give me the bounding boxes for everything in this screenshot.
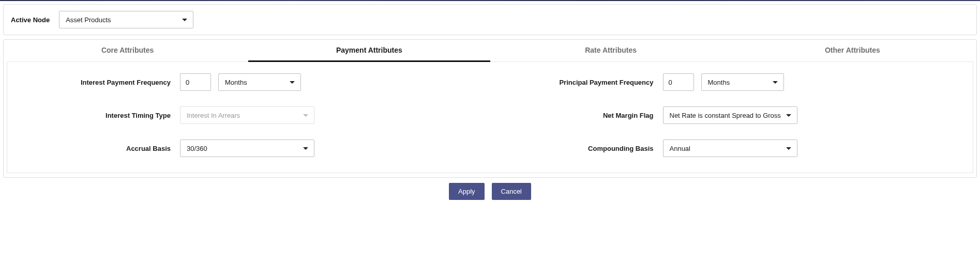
select-value: Net Rate is constant Spread to Gross <box>670 112 781 119</box>
active-node-label: Active Node <box>11 16 50 24</box>
label-interest-payment-frequency: Interest Payment Frequency <box>18 79 173 86</box>
chevron-down-icon <box>303 145 309 152</box>
attributes-panel: Core Attributes Payment Attributes Rate … <box>3 39 977 178</box>
select-value: Annual <box>670 145 690 152</box>
compounding-basis-select[interactable]: Annual <box>663 139 797 157</box>
action-buttons: Apply Cancel <box>3 183 977 200</box>
chevron-down-icon <box>289 79 295 86</box>
label-principal-payment-frequency: Principal Payment Frequency <box>501 79 656 86</box>
chevron-down-icon <box>786 112 792 119</box>
apply-button[interactable]: Apply <box>449 183 485 200</box>
tab-label: Payment Attributes <box>336 46 402 54</box>
principal-payment-frequency-unit-select[interactable]: Months <box>701 73 784 91</box>
chevron-down-icon <box>182 16 188 24</box>
control-net-margin-flag: Net Rate is constant Spread to Gross <box>663 106 963 124</box>
app-top-divider <box>0 0 980 1</box>
tab-core-attributes[interactable]: Core Attributes <box>7 40 248 61</box>
cancel-button[interactable]: Cancel <box>492 183 531 200</box>
active-node-panel: Active Node Asset Products <box>3 4 977 35</box>
tabs-bar: Core Attributes Payment Attributes Rate … <box>7 40 973 62</box>
interest-timing-type-select: Interest In Arrears <box>180 106 314 124</box>
row-accrual-basis: Accrual Basis 30/360 <box>18 139 480 157</box>
control-interest-payment-frequency: Months <box>180 73 480 91</box>
row-interest-payment-frequency: Interest Payment Frequency Months <box>18 73 480 91</box>
label-accrual-basis: Accrual Basis <box>18 145 173 152</box>
control-compounding-basis: Annual <box>663 139 963 157</box>
label-net-margin-flag: Net Margin Flag <box>501 112 656 119</box>
chevron-down-icon <box>772 79 778 86</box>
tab-payment-attributes[interactable]: Payment Attributes <box>248 40 490 61</box>
active-node-row: Active Node Asset Products <box>11 11 969 28</box>
interest-payment-frequency-unit-select[interactable]: Months <box>218 73 301 91</box>
control-principal-payment-frequency: Months <box>663 73 963 91</box>
tab-rate-attributes[interactable]: Rate Attributes <box>490 40 732 61</box>
chevron-down-icon <box>786 145 792 152</box>
net-margin-flag-select[interactable]: Net Rate is constant Spread to Gross <box>663 106 797 124</box>
chevron-down-icon <box>303 112 309 119</box>
principal-payment-frequency-input[interactable] <box>663 73 694 91</box>
control-interest-timing-type: Interest In Arrears <box>180 106 480 124</box>
row-interest-timing-type: Interest Timing Type Interest In Arrears <box>18 106 480 124</box>
select-value: Months <box>708 79 730 86</box>
form-grid: Interest Payment Frequency Months Princi… <box>18 73 962 157</box>
select-value: 30/360 <box>187 145 207 152</box>
active-node-value: Asset Products <box>66 16 111 24</box>
active-node-select[interactable]: Asset Products <box>59 11 193 28</box>
tab-label: Core Attributes <box>101 46 154 54</box>
select-value: Months <box>225 79 247 86</box>
label-compounding-basis: Compounding Basis <box>501 145 656 152</box>
row-net-margin-flag: Net Margin Flag Net Rate is constant Spr… <box>501 106 963 124</box>
control-accrual-basis: 30/360 <box>180 139 480 157</box>
label-interest-timing-type: Interest Timing Type <box>18 112 173 119</box>
tab-label: Other Attributes <box>825 46 880 54</box>
accrual-basis-select[interactable]: 30/360 <box>180 139 314 157</box>
interest-payment-frequency-input[interactable] <box>180 73 211 91</box>
row-principal-payment-frequency: Principal Payment Frequency Months <box>501 73 963 91</box>
select-value: Interest In Arrears <box>187 112 240 119</box>
tab-label: Rate Attributes <box>585 46 637 54</box>
payment-attributes-form: Interest Payment Frequency Months Princi… <box>7 62 973 173</box>
tab-other-attributes[interactable]: Other Attributes <box>732 40 973 61</box>
row-compounding-basis: Compounding Basis Annual <box>501 139 963 157</box>
